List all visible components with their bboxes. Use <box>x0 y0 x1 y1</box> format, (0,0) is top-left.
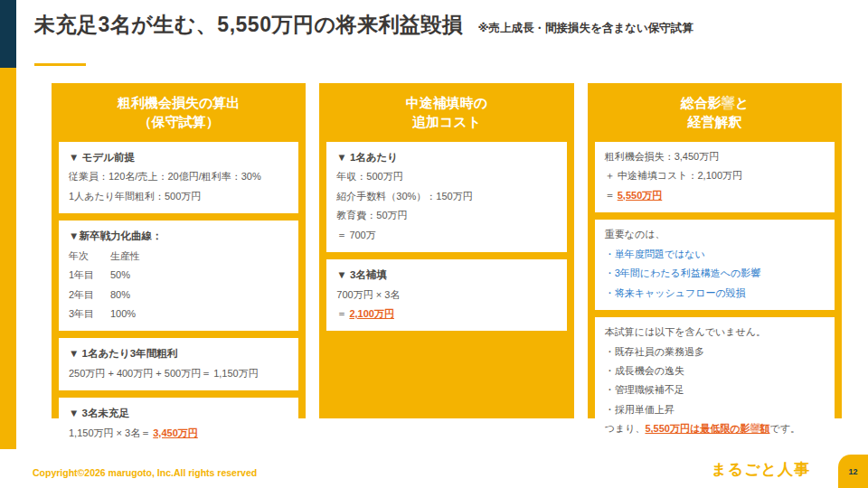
three-year-gross-profit-box: ▼ 1名あたり3年間粗利 250万円 + 400万円 + 500万円＝ 1,15… <box>59 338 298 390</box>
calculation-line: 1,150万円 × 3名＝ 3,450万円 <box>69 424 288 443</box>
exclusions-box: 本試算には以下を含んでいません。 ・既存社員の業務過多 ・成長機会の逸失 ・管理… <box>595 317 835 446</box>
exclusion-bullet: ・成長機会の逸失 <box>605 361 825 380</box>
conclusion-highlight: 5,550万円は最低限の影響額 <box>645 423 769 434</box>
key-point-bullet: ・単年度問題ではない <box>605 245 825 264</box>
three-replacement-box: ▼ 3名補填 700万円 × 3名 ＝ 2,100万円 <box>326 259 566 331</box>
title-underline <box>34 63 86 66</box>
ramp-up-curve-box: ▼新卒戦力化曲線： 年次 生産性 1年目 50% 2年目 80% 3年目 100… <box>59 221 298 331</box>
highlight-amount: 3,450万円 <box>153 427 198 438</box>
key-points-intro: 重要なのは、 <box>605 225 825 244</box>
column2-header: 中途補填時の 追加コスト <box>326 93 566 131</box>
cost-line: 紹介手数料（30%）：150万円 <box>336 187 556 206</box>
box-title: ▼新卒戦力化曲線： <box>69 226 288 246</box>
calculation-line: 700万円 × 3名 <box>336 286 556 305</box>
page-number: 12 <box>848 467 857 476</box>
conclusion-line: つまり、5,550万円は最低限の影響額です。 <box>605 419 825 438</box>
column-replacement-cost: 中途補填時の 追加コスト ▼ 1名あたり 年収：500万円 紹介手数料（30%）… <box>319 83 573 418</box>
table-cell-year: 2年目 <box>69 286 110 305</box>
company-logo: まるごと人事 <box>711 459 810 480</box>
assumption-line: 1人あたり年間粗利：500万円 <box>69 187 288 206</box>
calc-prefix: 1,150万円 × 3名＝ <box>69 427 153 438</box>
sum-line: 粗利機会損失：3,450万円 <box>605 147 825 166</box>
cost-line: 年収：500万円 <box>336 167 556 186</box>
cost-total-line: ＝ 700万 <box>336 226 556 245</box>
exclusion-bullet: ・既存社員の業務過多 <box>605 343 825 361</box>
column3-header-line2: 経営解釈 <box>687 114 741 129</box>
box-title: ▼ 3名補填 <box>336 265 556 285</box>
column2-header-line2: 追加コスト <box>412 114 481 129</box>
sum-line: ＋ 中途補填コスト：2,100万円 <box>605 166 825 185</box>
table-row: 2年目 80% <box>69 286 288 305</box>
box-title: ▼ 3名未充足 <box>69 403 288 423</box>
column1-header: 粗利機会損失の算出 （保守試算） <box>59 93 298 131</box>
exclusion-bullet: ・管理職候補不足 <box>605 380 825 399</box>
table-cell-year: 3年目 <box>69 305 110 324</box>
table-cell-value: 50% <box>110 266 130 285</box>
key-points-box: 重要なのは、 ・単年度問題ではない ・3年間にわたる利益構造への影響 ・将来キャ… <box>595 220 835 310</box>
table-header-productivity: 生産性 <box>110 247 140 266</box>
conclusion-prefix: つまり、 <box>605 423 646 434</box>
table-cell-value: 100% <box>110 305 136 324</box>
page-number-badge: 12 <box>838 455 868 488</box>
column1-header-line2: （保守試算） <box>138 114 220 129</box>
column-gross-profit-loss: 粗利機会損失の算出 （保守試算） ▼ モデル前提 従業員：120名/売上：20億… <box>52 83 306 418</box>
model-assumptions-box: ▼ モデル前提 従業員：120名/売上：20億円/粗利率：30% 1人あたり年間… <box>59 142 298 213</box>
box-title: ▼ 1名あたり <box>336 147 556 167</box>
table-header-year: 年次 <box>69 247 110 266</box>
table-row: 1年目 50% <box>69 266 288 285</box>
calc-prefix: ＝ <box>605 190 618 201</box>
exclusion-bullet: ・採用単価上昇 <box>605 400 825 419</box>
assumption-line: 従業員：120名/売上：20億円/粗利率：30% <box>69 167 288 186</box>
page-title: 未充足3名が生む、5,550万円の将来利益毀損 <box>34 11 463 39</box>
column1-header-line1: 粗利機会損失の算出 <box>118 95 240 110</box>
columns-container: 粗利機会損失の算出 （保守試算） ▼ モデル前提 従業員：120名/売上：20億… <box>52 83 842 418</box>
calculation-result-line: ＝ 2,100万円 <box>336 305 556 324</box>
column-total-impact: 総合影響と 経営解釈 粗利機会損失：3,450万円 ＋ 中途補填コスト：2,10… <box>588 83 842 418</box>
per-person-cost-box: ▼ 1名あたり 年収：500万円 紹介手数料（30%）：150万円 教育費：50… <box>326 142 566 252</box>
three-unfilled-box: ▼ 3名未充足 1,150万円 × 3名＝ 3,450万円 <box>59 398 298 450</box>
highlight-amount: 5,550万円 <box>618 190 663 201</box>
table-cell-year: 1年目 <box>69 266 110 285</box>
exclusions-intro: 本試算には以下を含んでいません。 <box>605 323 825 342</box>
copyright-text: Copyright©2026 marugoto, Inc.All rights … <box>33 467 257 478</box>
column2-header-line1: 中途補填時の <box>406 95 487 110</box>
table-row: 3年目 100% <box>69 305 288 324</box>
highlight-amount: 2,100万円 <box>349 308 394 319</box>
left-accent-yellow-bar <box>0 68 16 449</box>
calculation-line: 250万円 + 400万円 + 500万円＝ 1,150万円 <box>69 364 288 383</box>
slide-header: 未充足3名が生む、5,550万円の将来利益毀損 ※売上成長・間接損失を含まない保… <box>34 11 850 39</box>
column3-header-line1: 総合影響と <box>681 95 749 110</box>
table-header-row: 年次 生産性 <box>69 247 288 266</box>
box-title: ▼ モデル前提 <box>69 147 288 167</box>
sum-result-line: ＝ 5,550万円 <box>605 186 825 205</box>
column3-header: 総合影響と 経営解釈 <box>595 93 835 131</box>
calc-prefix: ＝ <box>336 308 349 319</box>
box-title: ▼ 1名あたり3年間粗利 <box>69 343 288 363</box>
conclusion-suffix: です。 <box>769 423 800 434</box>
title-note: ※売上成長・間接損失を含まない保守試算 <box>477 21 693 39</box>
key-point-bullet: ・将来キャッシュフローの毀損 <box>605 284 825 303</box>
cost-line: 教育費：50万円 <box>336 206 556 225</box>
key-point-bullet: ・3年間にわたる利益構造への影響 <box>605 264 825 283</box>
left-accent-navy-bar <box>0 0 16 68</box>
table-cell-value: 80% <box>110 286 130 305</box>
total-sum-box: 粗利機会損失：3,450万円 ＋ 中途補填コスト：2,100万円 ＝ 5,550… <box>595 142 835 212</box>
